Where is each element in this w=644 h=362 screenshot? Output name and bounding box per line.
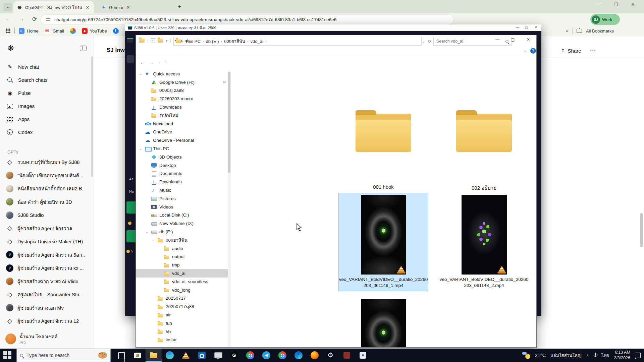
hidden-icons-chevron[interactable]: ∧ [586, 353, 589, 358]
taskbar-app-store[interactable] [129, 349, 146, 362]
taskbar-app-chrome[interactable] [242, 349, 258, 362]
bookmark-home[interactable]: Home [19, 28, 39, 34]
browser-minimize-button[interactable]: — [594, 2, 604, 7]
clock[interactable]: 6:13 AM 2/3/2026 [614, 350, 630, 361]
gpt-item[interactable]: ◇Dystopia Universe Maker (TH) [3, 235, 91, 248]
taskbar-app-logitech-g[interactable] [226, 349, 242, 362]
breadcrumb[interactable]: ›This PC›db (E:)›000ยาสีฟัน›vdo_ai› [173, 37, 422, 46]
language-indicator[interactable]: ไทย [602, 352, 609, 359]
tree-item[interactable]: vdo_ai [136, 269, 230, 278]
profile-chip[interactable]: SJ Work [590, 14, 620, 25]
qat-customize-chevron[interactable]: ▾ [166, 39, 168, 43]
tree-item[interactable]: instar [136, 336, 230, 344]
tree-item[interactable]: OneDrive - Personal [136, 136, 230, 144]
bookmark-youtube[interactable]: YouTube [82, 28, 107, 34]
folder-item[interactable] [456, 110, 512, 152]
sj88-close-button[interactable]: ✕ [535, 25, 537, 29]
tree-item[interactable]: Desktop [136, 161, 230, 170]
back-button[interactable]: ← [5, 16, 11, 22]
page-scrollbar[interactable] [640, 213, 643, 247]
nav-forward-button[interactable]: → [149, 59, 154, 65]
taskbar-app-chrome-2[interactable] [274, 349, 290, 362]
tree-item[interactable]: ⌄This PC [136, 144, 230, 153]
gpt-item[interactable]: น้อง คำร่า ผู้ช่วยนิทาน 3D [3, 195, 91, 209]
breadcrumb-item[interactable]: vdo_ai [249, 39, 265, 44]
taskbar-app-monitor[interactable] [210, 349, 226, 362]
taskbar-app-file-explorer[interactable] [146, 349, 162, 362]
tree-item[interactable]: Documents [136, 170, 230, 178]
sj88-green-button-fragment[interactable] [126, 201, 136, 214]
forward-button[interactable]: → [19, 16, 24, 22]
tree-item[interactable]: รออัพใหม่ [136, 111, 230, 120]
address-dropdown-chevron[interactable]: ⌄ [422, 40, 425, 43]
tree-expand-chevron[interactable]: ⌄ [152, 238, 155, 242]
bookmark-gmail[interactable]: Gmail [45, 28, 64, 34]
sj88-maximize-button[interactable]: ▢ [525, 25, 528, 29]
video-thumbnail[interactable] [361, 195, 406, 275]
tree-item[interactable]: air [136, 311, 230, 319]
sj88-title-bar[interactable]: SJ88 v1.0.6 | User: 239 | หมดอายุ: 31 มี… [125, 24, 541, 31]
weather-icon[interactable] [522, 352, 530, 359]
weather-temp[interactable]: 21°C [535, 353, 546, 358]
video-thumbnail[interactable] [462, 195, 507, 275]
sidebar-scrollbar[interactable] [91, 56, 93, 177]
taskbar-app-app-light[interactable] [355, 349, 371, 362]
bookmark-photos[interactable] [70, 28, 76, 34]
tree-item[interactable]: output [136, 253, 230, 261]
tree-expand-chevron[interactable]: ⌄ [139, 147, 143, 150]
account-chip[interactable]: น้ำนาน โซล่าเซลล์ Pro [3, 331, 91, 347]
video-file-name[interactable]: veo_VARIANT_BoldVIDEO__duratio_20260203_… [438, 277, 530, 288]
bookmark-facebook[interactable] [113, 28, 119, 34]
site-settings-icon[interactable] [46, 18, 50, 21]
sidebar-item-pulse[interactable]: Pulse [3, 86, 90, 100]
tree-item[interactable]: audio [136, 244, 230, 253]
taskbar-app-app-red[interactable] [339, 349, 355, 362]
video-file-name[interactable]: veo_VARIANT_BoldVIDEO__duratio_20260203_… [338, 277, 429, 288]
taskbar-app-edge[interactable] [162, 349, 178, 362]
folder-item[interactable] [356, 110, 411, 152]
sidebar-item-codex[interactable]: Codex [3, 126, 90, 139]
tree-item[interactable]: Pictures [136, 194, 230, 203]
tree-item[interactable]: Downloads [136, 103, 230, 111]
tree-item[interactable]: ⌄000ยาสีฟัน [136, 236, 230, 244]
gpt-item[interactable]: "น้องติ๊ก" เขียนบทพูดขายสินค้... [3, 169, 91, 182]
browser-close-button[interactable]: ✕ [628, 2, 638, 7]
nav-history-chevron[interactable]: ⌄ [158, 60, 161, 64]
tab-chatgpt[interactable]: ❋ChatGPT - SJ Inw VDO โปรแกรมส✕ [13, 1, 94, 13]
sidebar-item-search[interactable]: Search chats [3, 73, 90, 86]
taskbar-app-firefox[interactable] [307, 349, 323, 362]
sj88-green-button-fragment[interactable] [126, 230, 136, 242]
sidebar-item-apps[interactable]: Apps [3, 113, 90, 126]
weather-condition[interactable]: แจ่มใสส่วนใหญ่ [550, 352, 581, 359]
tab-close-icon[interactable]: ✕ [126, 5, 130, 10]
taskbar-app-task-view[interactable] [113, 349, 129, 362]
nav-up-button[interactable]: ↑ [165, 59, 167, 65]
tree-item[interactable]: Local Disk (C:) [136, 211, 230, 220]
tree-item[interactable]: Google Drive (H:)⚲ [136, 78, 230, 86]
tree-item[interactable]: OneDrive [136, 128, 230, 136]
folder-item-label[interactable]: 002 อธิบาย [439, 184, 529, 192]
nav-back-button[interactable]: ← [140, 59, 145, 65]
gpt-item[interactable]: ◇รวมความรู้ที่เรียนมา By SJ88 [3, 156, 91, 169]
gpt-item[interactable]: ◇ครูเพลงโปร – Songwriter Stu... [3, 288, 91, 301]
tree-item[interactable]: Nextcloud [136, 120, 230, 128]
tree-item[interactable]: ⌄db (E:) [136, 228, 230, 236]
openai-logo-icon[interactable]: ❋ [7, 44, 14, 53]
breadcrumb-item[interactable]: 000ยาสีฟัน [222, 38, 247, 45]
breadcrumb-item[interactable]: db (E:) [204, 39, 221, 44]
tree-item[interactable]: New Volume (D:) [136, 219, 230, 228]
taskbar-app-settings[interactable] [323, 349, 339, 362]
microphone-icon[interactable] [594, 353, 597, 358]
gpt-item[interactable]: ◇ผู้ช่วยสร้าง Agent จักรวาล 12 [3, 314, 91, 328]
refresh-icon[interactable]: ⟳ [428, 39, 431, 44]
new-tab-button[interactable]: + [178, 3, 181, 10]
explorer-close-button[interactable]: ✕ [522, 37, 535, 42]
all-bookmarks-label[interactable]: All Bookmarks [586, 28, 614, 34]
tab-gemini[interactable]: ✦Gemini✕ [97, 1, 178, 13]
sidebar-toggle-icon[interactable] [80, 46, 87, 51]
page-more-button[interactable]: ⋯ [590, 47, 596, 54]
tree-item[interactable]: Videos [136, 203, 230, 211]
address-bar[interactable]: chatgpt.com/g/g-69724e705590819182b49bef… [41, 15, 453, 24]
folder-item-label[interactable]: 001 hook [338, 184, 429, 190]
tree-item[interactable]: Downloads [136, 178, 230, 186]
